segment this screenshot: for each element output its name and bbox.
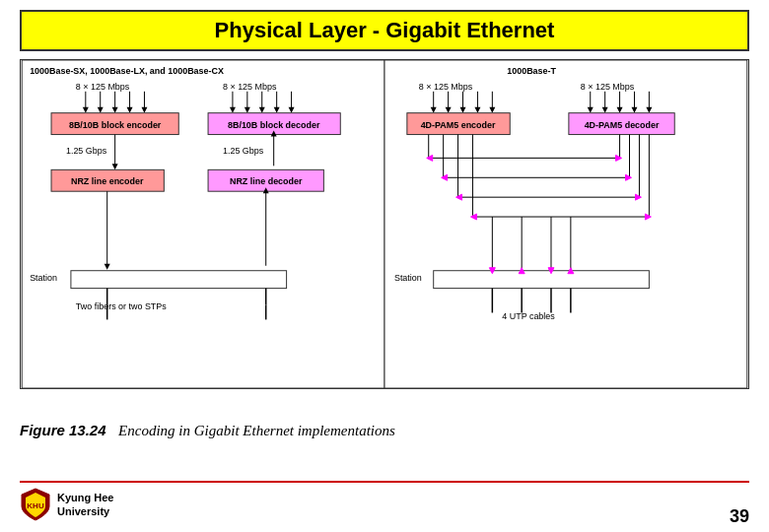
footer-logo: KHU Kyung Hee University	[20, 487, 113, 522]
footer: KHU Kyung Hee University 39	[0, 478, 769, 532]
svg-text:1000Base-T: 1000Base-T	[507, 66, 556, 76]
svg-text:4 UTP cables: 4 UTP cables	[502, 311, 555, 321]
svg-text:1.25 Gbps: 1.25 Gbps	[66, 146, 107, 156]
svg-text:8 × 125 Mbps: 8 × 125 Mbps	[223, 82, 277, 92]
svg-text:Two fibers or two STPs: Two fibers or two STPs	[76, 301, 167, 311]
svg-text:8B/10B block encoder: 8B/10B block encoder	[69, 120, 162, 130]
svg-text:8 × 125 Mbps: 8 × 125 Mbps	[76, 82, 130, 92]
svg-text:Station: Station	[394, 273, 422, 283]
university-name: Kyung Hee University	[57, 491, 113, 519]
svg-text:4D-PAM5 decoder: 4D-PAM5 decoder	[585, 120, 660, 130]
svg-text:1000Base-SX, 1000Base-LX, and : 1000Base-SX, 1000Base-LX, and 1000Base-C…	[30, 66, 224, 76]
svg-text:8 × 125 Mbps: 8 × 125 Mbps	[419, 82, 473, 92]
page-title: Physical Layer - Gigabit Ethernet	[32, 18, 737, 43]
svg-text:1.25 Gbps: 1.25 Gbps	[223, 146, 264, 156]
svg-text:NRZ line decoder: NRZ line decoder	[230, 176, 303, 186]
figure-description: Encoding in Gigabit Ethernet implementat…	[118, 423, 395, 438]
svg-text:KHU: KHU	[27, 501, 44, 510]
svg-rect-98	[434, 271, 650, 289]
svg-text:Station: Station	[30, 273, 57, 283]
svg-rect-1	[384, 60, 747, 388]
svg-text:NRZ line encoder: NRZ line encoder	[71, 176, 144, 186]
page-number: 39	[730, 506, 749, 527]
figure-caption: Figure 13.24 Encoding in Gigabit Etherne…	[20, 422, 749, 439]
svg-text:8B/10B block decoder: 8B/10B block decoder	[228, 120, 320, 130]
diagram-area: 1000Base-SX, 1000Base-LX, and 1000Base-C…	[20, 59, 749, 414]
figure-number: Figure 13.24	[20, 422, 106, 438]
svg-rect-0	[22, 60, 384, 388]
svg-rect-44	[71, 271, 287, 289]
university-logo-icon: KHU	[20, 487, 51, 522]
svg-text:8 × 125 Mbps: 8 × 125 Mbps	[581, 82, 635, 92]
title-bar: Physical Layer - Gigabit Ethernet	[20, 10, 749, 51]
svg-text:4D-PAM5 encoder: 4D-PAM5 encoder	[421, 120, 496, 130]
